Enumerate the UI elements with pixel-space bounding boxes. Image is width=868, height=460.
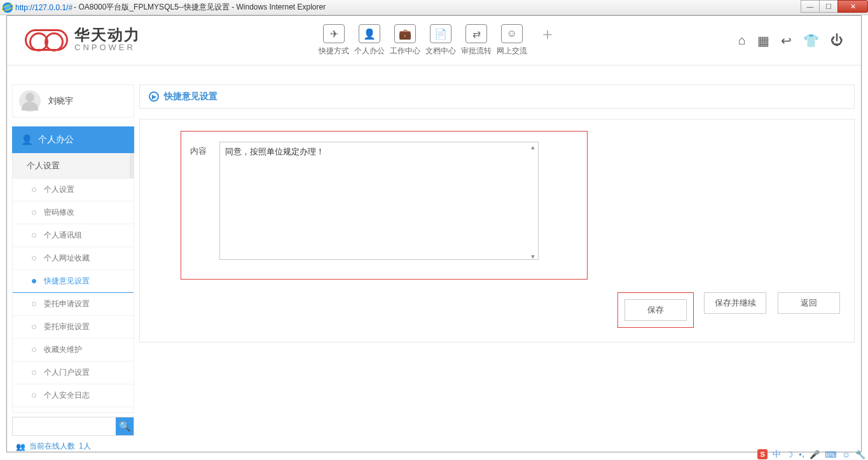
ime-face-icon[interactable]: ☺ xyxy=(842,450,850,459)
ime-lang[interactable]: 中 xyxy=(773,449,781,460)
minimize-button[interactable]: — xyxy=(801,0,820,13)
bullet-icon xyxy=(32,393,36,398)
user-box: 刘晓宇 xyxy=(12,85,134,118)
bullet-icon xyxy=(32,279,36,283)
nav-docs[interactable]: 📄文档中心 xyxy=(425,24,456,57)
ime-keyboard-icon[interactable]: ⌨ xyxy=(825,450,837,459)
power-icon[interactable]: ⏻ xyxy=(830,33,843,48)
sidebar-item-4[interactable]: 快捷意见设置 xyxy=(13,270,134,293)
nav-add[interactable]: ＋ xyxy=(532,24,563,57)
grid-icon[interactable]: ▦ xyxy=(757,33,769,48)
nav-chat[interactable]: ☺网上交流 xyxy=(497,24,527,57)
sidebar-item-label: 密码修改 xyxy=(44,207,74,218)
top-nav: ✈快捷方式 👤个人办公 💼工作中心 📄文档中心 ⇄审批流转 ☺网上交流 ＋ xyxy=(319,24,563,57)
ime-badge-icon[interactable]: S xyxy=(757,449,768,459)
person-icon: 👤 xyxy=(359,24,380,43)
bullet-icon xyxy=(32,325,36,329)
sidebar-item-label: 个人安全日志 xyxy=(44,390,90,401)
sidebar-category[interactable]: 👤 个人办公 xyxy=(12,126,134,153)
nav-work[interactable]: 💼工作中心 xyxy=(390,24,420,57)
content-textarea[interactable] xyxy=(219,142,539,260)
nav-personal[interactable]: 👤个人办公 xyxy=(354,24,385,57)
sidebar-item-label: 个人门户设置 xyxy=(44,367,90,378)
search-button[interactable]: 🔍 xyxy=(116,417,134,435)
sidebar-item-label: 委托申请设置 xyxy=(44,299,90,309)
scroll-down-icon[interactable]: ▼ xyxy=(528,252,537,261)
home-icon[interactable]: ⌂ xyxy=(738,33,746,48)
ime-wrench-icon[interactable]: 🔧 xyxy=(855,450,865,459)
sidebar-item-label: 委托审批设置 xyxy=(44,321,90,332)
scroll-up-icon[interactable]: ▲ xyxy=(528,143,537,152)
online-status: 👥 当前在线人数 1人 xyxy=(12,441,134,452)
save-button[interactable]: 保存 xyxy=(624,299,687,321)
logo-text-cn: 华天动力 xyxy=(74,27,141,43)
sidebar: 刘晓宇 👤 个人办公 个人设置 个人设置密码修改个人通讯组个人网址收藏快捷意见设… xyxy=(7,81,134,452)
reply-icon[interactable]: ↩ xyxy=(781,33,792,48)
sidebar-group[interactable]: 个人设置 xyxy=(12,153,134,179)
document-icon: 📄 xyxy=(430,24,451,43)
sidebar-item-label: 个人设置 xyxy=(44,184,74,195)
back-button[interactable]: 返回 xyxy=(778,292,840,314)
sidebar-item-2[interactable]: 个人通讯组 xyxy=(13,224,134,247)
maximize-button[interactable]: ☐ xyxy=(819,0,838,13)
save-continue-button[interactable]: 保存并继续 xyxy=(704,292,766,314)
sidebar-item-6[interactable]: 委托审批设置 xyxy=(13,316,134,339)
page-title-bar: ▶ 快捷意见设置 xyxy=(139,85,855,109)
send-icon: ✈ xyxy=(323,24,345,43)
bullet-icon xyxy=(32,210,36,215)
window-controls: — ☐ ✕ xyxy=(801,0,868,13)
online-label: 当前在线人数 xyxy=(29,441,75,452)
bullet-icon xyxy=(32,302,36,306)
sidebar-menu: 个人设置密码修改个人通讯组个人网址收藏快捷意见设置委托申请设置委托审批设置收藏夹… xyxy=(12,179,134,413)
main-content: ▶ 快捷意见设置 内容 ▲ ▼ 保存 保存并继续 返 xyxy=(134,81,861,452)
browser-title-bar: http://127.0.0.1/# - OA8000平台版_FPLMYSQL5… xyxy=(0,0,868,15)
users-icon: 👥 xyxy=(16,442,25,451)
flow-icon: ⇄ xyxy=(465,24,487,43)
sidebar-category-label: 个人办公 xyxy=(38,134,74,145)
sidebar-item-0[interactable]: 个人设置 xyxy=(13,179,134,201)
sidebar-item-9[interactable]: 个人安全日志 xyxy=(13,384,134,407)
ie-icon xyxy=(3,3,13,13)
logo: 华天动力 CNPOWER xyxy=(25,27,141,53)
sidebar-item-3[interactable]: 个人网址收藏 xyxy=(13,247,134,270)
textarea-wrap: ▲ ▼ xyxy=(219,142,539,262)
sidebar-item-label: 个人通讯组 xyxy=(44,230,82,241)
bullet-icon xyxy=(32,370,36,375)
arrow-circle-icon: ▶ xyxy=(149,91,159,102)
sidebar-item-7[interactable]: 收藏夹维护 xyxy=(13,339,134,362)
online-count: 1人 xyxy=(79,441,91,452)
sidebar-item-1[interactable]: 密码修改 xyxy=(13,201,134,224)
search-input[interactable] xyxy=(13,417,116,435)
browser-title: - OA8000平台版_FPLMYSQL5--快捷意见设置 - Windows … xyxy=(74,2,326,13)
logo-mark-icon xyxy=(25,29,68,51)
bullet-icon xyxy=(32,187,36,192)
search-icon: 🔍 xyxy=(119,421,131,432)
close-button[interactable]: ✕ xyxy=(837,0,868,13)
top-right-icons: ⌂ ▦ ↩ 👕 ⏻ xyxy=(738,33,843,48)
sidebar-group-label: 个人设置 xyxy=(27,160,60,172)
sidebar-item-5[interactable]: 委托申请设置 xyxy=(13,293,134,316)
sidebar-item-8[interactable]: 个人门户设置 xyxy=(13,362,134,384)
avatar-icon xyxy=(19,90,41,112)
shirt-icon[interactable]: 👕 xyxy=(803,33,819,48)
ime-moon-icon[interactable]: ☽ xyxy=(786,450,794,459)
logo-text-en: CNPOWER xyxy=(74,43,141,53)
save-highlight-box: 保存 xyxy=(617,292,694,328)
plus-circle-icon: ＋ xyxy=(537,24,558,43)
app-frame: 华天动力 CNPOWER ✈快捷方式 👤个人办公 💼工作中心 📄文档中心 ⇄审批… xyxy=(6,15,862,452)
nav-approval[interactable]: ⇄审批流转 xyxy=(461,24,492,57)
ime-dot-icon[interactable]: •، xyxy=(799,450,804,459)
user-name: 刘晓宇 xyxy=(48,95,73,107)
nav-quick[interactable]: ✈快捷方式 xyxy=(319,24,349,57)
person-small-icon: 👤 xyxy=(21,134,33,145)
form-highlight-box: 内容 ▲ ▼ xyxy=(181,131,588,280)
bullet-icon xyxy=(32,256,36,260)
bullet-icon xyxy=(32,233,36,238)
bullet-icon xyxy=(32,348,36,352)
sidebar-item-label: 个人网址收藏 xyxy=(44,253,90,264)
button-row: 保存 保存并继续 返回 xyxy=(151,292,843,328)
ime-tray: S 中 ☽ •، 🎤 ⌨ ☺ 🔧 xyxy=(757,449,865,460)
body: 刘晓宇 👤 个人办公 个人设置 个人设置密码修改个人通讯组个人网址收藏快捷意见设… xyxy=(7,81,861,452)
ime-mic-icon[interactable]: 🎤 xyxy=(809,450,820,459)
sidebar-item-label: 收藏夹维护 xyxy=(44,344,82,355)
